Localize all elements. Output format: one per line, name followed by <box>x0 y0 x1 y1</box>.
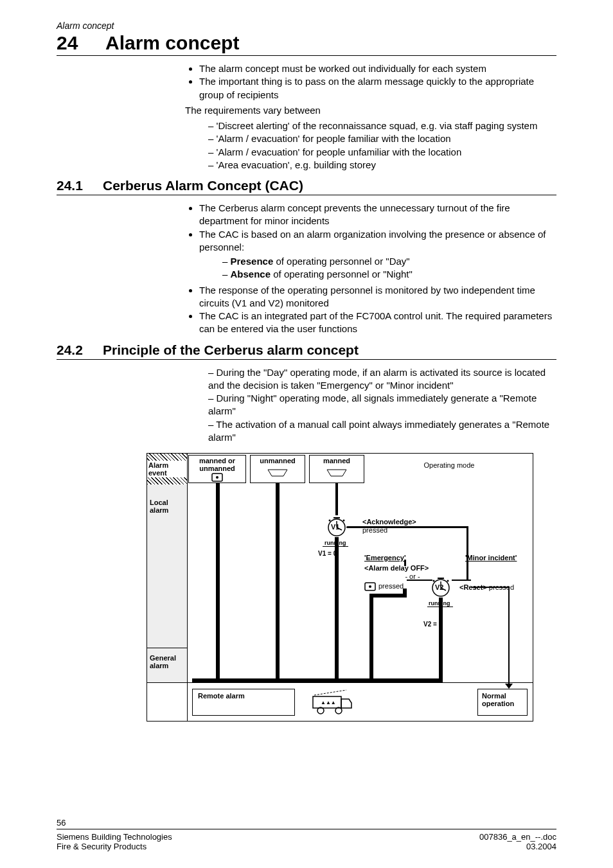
h1-title: Alarm concept <box>105 32 239 54</box>
v1-label: V1 <box>331 523 339 531</box>
v1-zero-label: V1 = 0 <box>318 550 337 557</box>
manned-unmanned-cell: manned or unmanned <box>188 455 246 483</box>
flow-arrow <box>216 483 220 682</box>
intro-bullet: The important thing is to pass on the al… <box>199 75 556 102</box>
flow-arrow <box>369 594 373 682</box>
intro-dash: 'Alarm / evacuation' for people familiar… <box>208 132 556 145</box>
s241-block: The Cerberus alarm concept prevents the … <box>185 202 556 336</box>
arrowhead-icon <box>505 684 513 689</box>
s241-item-text: The CAC is based on an alarm organizatio… <box>199 229 546 252</box>
unmanned-cell: unmanned <box>250 455 305 483</box>
detector-icon <box>326 468 348 477</box>
heading-2: 24.1 Cerberus Alarm Concept (CAC) <box>57 178 556 193</box>
s241-sub: Absence of operating personnel or "Night… <box>222 268 556 281</box>
s242-dash: During "Night" operating mode, all signa… <box>208 392 556 418</box>
flow-arrow <box>439 598 443 678</box>
local-alarm-label: Local alarm <box>150 499 186 514</box>
intro-bullet: The alarm concept must be worked out ind… <box>199 62 556 75</box>
remote-alarm-box: Remote alarm <box>192 689 295 716</box>
intro-block: The alarm concept must be worked out ind… <box>185 62 556 172</box>
intro-dash: 'Alarm / evacuation' for people unfamili… <box>208 146 556 159</box>
h1-number: 24 <box>57 32 87 54</box>
heading-2: 24.2 Principle of the Cerberus alarm con… <box>57 342 556 358</box>
svg-point-14 <box>433 580 435 582</box>
s241-item: The Cerberus alarm concept prevents the … <box>199 202 556 228</box>
page-number: 56 <box>57 818 556 828</box>
minor-incident-label: 'Minor incident' <box>465 554 517 562</box>
footer-right-1: 007836_a_en_--.doc <box>479 832 556 842</box>
s241-sub: Presence of operating personnel or "Day" <box>222 255 556 268</box>
svg-point-7 <box>343 520 345 522</box>
page-footer: 56 Siemens Building Technologies 007836_… <box>57 818 556 851</box>
running-header: Alarm concept <box>57 21 556 31</box>
alarm-event-cell: Alarm event <box>147 454 187 484</box>
rule <box>57 55 556 56</box>
s241-item: The CAC is an integrated part of the FC7… <box>199 310 556 336</box>
flow-arrow <box>192 678 443 682</box>
heading-1: 24 Alarm concept <box>57 32 556 54</box>
svg-text:▲▲▲: ▲▲▲ <box>321 700 336 705</box>
mcp-pressed-label: pressed <box>378 582 404 590</box>
general-alarm-label: General alarm <box>150 654 186 669</box>
rule <box>57 195 556 195</box>
svg-point-9 <box>369 585 371 588</box>
flow-arrow <box>346 526 468 528</box>
flow-arrow <box>335 483 338 515</box>
alarm-concept-diagram: Alarm event manned or unmanned unmanned … <box>147 453 558 722</box>
manual-call-point-icon <box>211 473 223 483</box>
footer-left-2: Fire & Security Products <box>57 842 147 851</box>
fire-truck-icon: ▲▲▲ <box>309 687 354 717</box>
svg-point-15 <box>447 580 449 582</box>
footer-left-1: Siemens Building Technologies <box>57 832 172 842</box>
s241-item: The response of the operating personnel … <box>199 284 556 310</box>
h2-title: Principle of the Cerberus alarm concept <box>103 342 359 358</box>
flow-arrow <box>335 537 339 682</box>
flow-arrow <box>276 483 280 682</box>
intro-dash: 'Area evacuation', e.g. building storey <box>208 159 556 172</box>
left-col-bg <box>147 484 187 682</box>
svg-point-1 <box>216 476 218 479</box>
manual-call-point-icon <box>364 582 376 591</box>
operating-mode-label: Operating mode <box>385 461 513 469</box>
s241-item: The CAC is based on an alarm organizatio… <box>199 228 556 281</box>
h2-number: 24.1 <box>57 178 91 193</box>
h2-number: 24.2 <box>57 342 91 358</box>
h2-title: Cerberus Alarm Concept (CAC) <box>103 178 303 193</box>
s242-dash: During the "Day" operating mode, if an a… <box>208 366 556 393</box>
svg-point-6 <box>329 520 331 522</box>
intro-dash: 'Discreet alerting' of the reconnaissanc… <box>208 120 556 132</box>
footer-right-2: 03.2004 <box>526 842 556 851</box>
s242-dash: The activation of a manual call point al… <box>208 418 556 445</box>
s242-block: During the "Day" operating mode, if an a… <box>185 366 556 445</box>
v2-label: V2 <box>435 583 443 591</box>
intro-req-line: The requirements vary between <box>185 104 556 117</box>
detector-icon <box>267 468 289 477</box>
rule <box>57 359 556 360</box>
normal-operation-box: Normal operation <box>477 689 528 716</box>
emergency-label: 'Emergency' <box>364 554 406 562</box>
manned-cell: manned <box>309 455 364 483</box>
